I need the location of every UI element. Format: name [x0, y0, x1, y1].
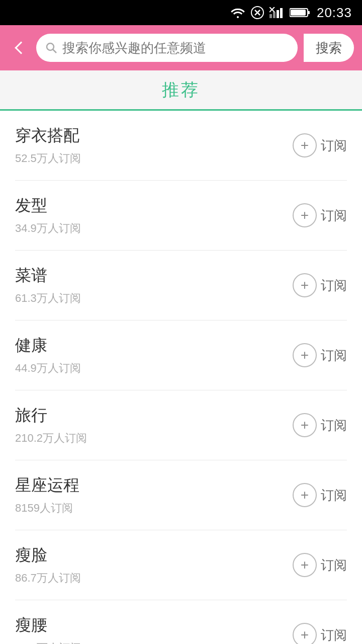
svg-rect-6: [280, 8, 283, 18]
plus-circle-icon: +: [293, 343, 317, 367]
channel-name: 发型: [15, 195, 81, 217]
channel-subs: 86.7万人订阅: [15, 640, 81, 644]
channel-info: 穿衣搭配 52.5万人订阅: [15, 125, 81, 166]
plus-circle-icon: +: [293, 413, 317, 437]
svg-rect-3: [269, 14, 272, 18]
subscribe-button[interactable]: + 订阅: [293, 483, 347, 507]
channel-subs: 86.7万人订阅: [15, 571, 81, 586]
search-bar[interactable]: [36, 34, 298, 62]
search-input[interactable]: [62, 40, 289, 56]
subscribe-button[interactable]: + 订阅: [293, 133, 347, 157]
plus-circle-icon: +: [293, 203, 317, 227]
channel-subs: 52.5万人订阅: [15, 151, 81, 166]
channel-info: 瘦脸 86.7万人订阅: [15, 544, 81, 586]
battery-icon: [290, 7, 311, 18]
svg-rect-4: [273, 12, 276, 18]
subscribe-label: 订阅: [321, 137, 347, 154]
plus-circle-icon: +: [293, 623, 317, 644]
channel-list: 穿衣搭配 52.5万人订阅 + 订阅 发型 34.9万人订阅 + 订阅 菜谱 6…: [0, 111, 362, 644]
subscribe-label: 订阅: [321, 556, 347, 574]
back-button[interactable]: [8, 37, 30, 59]
section-title: 推荐: [162, 78, 200, 102]
time-display: 20:33: [317, 5, 352, 21]
back-chevron-icon: [15, 41, 27, 54]
channel-subs: 8159人订阅: [15, 501, 79, 516]
channel-item[interactable]: 星座运程 8159人订阅 + 订阅: [0, 460, 362, 516]
channel-subs: 34.9万人订阅: [15, 221, 81, 236]
channel-info: 菜谱 61.3万人订阅: [15, 265, 81, 306]
subscribe-label: 订阅: [321, 417, 347, 434]
channel-info: 发型 34.9万人订阅: [15, 195, 81, 236]
subscribe-button[interactable]: + 订阅: [293, 273, 347, 297]
channel-info: 星座运程 8159人订阅: [15, 474, 79, 516]
channel-info: 旅行 210.2万人订阅: [15, 405, 87, 446]
channel-subs: 44.9万人订阅: [15, 361, 81, 376]
search-button[interactable]: 搜索: [304, 34, 354, 62]
subscribe-button[interactable]: + 订阅: [293, 203, 347, 227]
subscribe-label: 订阅: [321, 207, 347, 224]
svg-rect-10: [308, 11, 310, 14]
wifi-icon: [230, 7, 245, 18]
channel-item[interactable]: 瘦腰 86.7万人订阅 + 订阅: [0, 600, 362, 644]
plus-circle-icon: +: [293, 273, 317, 297]
channel-item[interactable]: 瘦脸 86.7万人订阅 + 订阅: [0, 530, 362, 586]
status-bar: 20:33: [0, 0, 362, 25]
channel-name: 菜谱: [15, 265, 81, 287]
channel-name: 星座运程: [15, 474, 79, 497]
channel-name: 旅行: [15, 405, 87, 427]
channel-subs: 61.3万人订阅: [15, 291, 81, 306]
channel-name: 健康: [15, 335, 81, 357]
channel-subs: 210.2万人订阅: [15, 431, 87, 446]
subscribe-label: 订阅: [321, 626, 347, 644]
channel-name: 穿衣搭配: [15, 125, 81, 147]
plus-circle-icon: +: [293, 483, 317, 507]
nav-bar: 搜索: [0, 25, 362, 70]
subscribe-button[interactable]: + 订阅: [293, 343, 347, 367]
subscribe-label: 订阅: [321, 277, 347, 294]
plus-circle-icon: +: [293, 133, 317, 157]
status-icons: [230, 6, 311, 20]
channel-item[interactable]: 穿衣搭配 52.5万人订阅 + 订阅: [0, 111, 362, 166]
plus-circle-icon: +: [293, 553, 317, 577]
channel-info: 瘦腰 86.7万人订阅: [15, 614, 81, 644]
channel-item[interactable]: 健康 44.9万人订阅 + 订阅: [0, 320, 362, 376]
section-header: 推荐: [0, 70, 362, 111]
channel-item[interactable]: 旅行 210.2万人订阅 + 订阅: [0, 390, 362, 446]
channel-item[interactable]: 发型 34.9万人订阅 + 订阅: [0, 181, 362, 236]
svg-point-12: [47, 43, 54, 50]
channel-name: 瘦腰: [15, 614, 81, 636]
svg-line-13: [53, 49, 56, 53]
subscribe-button[interactable]: + 订阅: [293, 413, 347, 437]
subscribe-label: 订阅: [321, 347, 347, 364]
subscribe-label: 订阅: [321, 487, 347, 504]
subscribe-button[interactable]: + 订阅: [293, 553, 347, 577]
channel-info: 健康 44.9万人订阅: [15, 335, 81, 376]
search-icon: [45, 42, 57, 54]
svg-rect-11: [291, 10, 306, 16]
signal-icon: [269, 7, 285, 18]
subscribe-button[interactable]: + 订阅: [293, 623, 347, 644]
channel-item[interactable]: 菜谱 61.3万人订阅 + 订阅: [0, 251, 362, 306]
channel-name: 瘦脸: [15, 544, 81, 567]
svg-rect-5: [277, 10, 279, 18]
blocked-icon: [250, 6, 264, 20]
